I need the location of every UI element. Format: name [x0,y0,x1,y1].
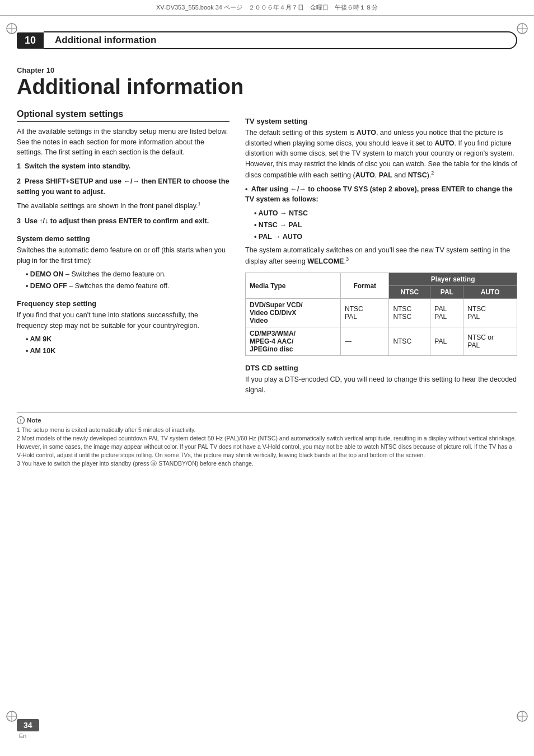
chapter-header-title: Additional information [44,31,517,49]
table-cell-pal-1: PALPAL [430,299,463,327]
table-cell-auto-2: NTSC orPAL [463,327,517,356]
table-row-2: CD/MP3/WMA/MPEG-4 AAC/JPEG/no disc — NTS… [246,327,517,356]
demo-bullet-1: DEMO ON – Switches the demo feature on. [26,269,229,280]
freq-bullet-1: AM 9K [26,334,229,345]
optional-intro: All the available settings in the standb… [17,126,229,158]
right-column: TV system setting The default setting of… [245,109,517,399]
note-item-3: 3 You have to switch the player into sta… [17,459,517,468]
system-demo-bullets: DEMO ON – Switches the demo feature on. … [26,269,229,292]
table-header-pal: PAL [430,286,463,299]
step-1-text: 1 Switch the system into standby. [17,161,229,172]
step-2-text: 2 Press SHIFT+SETUP and use ←/→ then ENT… [17,176,229,198]
table-header-media: Media Type [246,273,341,299]
table-row-1: DVD/Super VCD/Video CD/DivXVideo NTSCPAL… [246,299,517,327]
page-number-bar: 34 En [17,719,39,739]
system-demo-intro: Switches the automatic demo feature on o… [17,245,229,266]
table-header-format: Format [341,273,389,299]
note-title: ! Note [17,416,517,424]
notes-section: ! Note 1 The setup menu is exited automa… [17,412,517,468]
table-cell-ntsc-2: NTSC [389,327,430,356]
table-cell-pal-2: PAL [430,327,463,356]
corner-mark-tr [516,22,528,35]
chapter-header: 10 Additional information [17,31,517,49]
note-item-1: 1 The setup menu is exited automatically… [17,426,517,434]
corner-mark-bl [6,710,18,722]
step-2: 2 Press SHIFT+SETUP and use ←/→ then ENT… [17,176,229,212]
tv-bullet-2: NTSC → PAL [254,220,517,231]
main-content: Chapter 10 Additional information Option… [17,66,517,468]
freq-step-intro: If you find that you can't tune into sta… [17,310,229,331]
tv-system-bullets: AUTO → NTSC NTSC → PAL PAL → AUTO [254,208,517,242]
tv-system-p1: The default setting of this system is AU… [245,128,517,181]
chapter-label: Chapter 10 [17,66,517,74]
table-header-auto: AUTO [463,286,517,299]
page-number: 34 [17,719,39,731]
freq-step-heading: Frequency step setting [17,299,229,308]
page-lang: En [19,732,26,739]
two-column-layout: Optional system settings All the availab… [17,109,517,399]
tv-system-p2: The system automatically switches on and… [245,245,517,267]
demo-bullet-2: DEMO OFF – Switches the demo feature off… [26,281,229,292]
table-cell-media-1: DVD/Super VCD/Video CD/DivXVideo [246,299,341,327]
note-item-2: 2 Most models of the newly developed cou… [17,434,517,460]
system-demo-heading: System demo setting [17,234,229,243]
tv-system-heading: TV system setting [245,117,517,125]
page: XV-DV353_555.book 34 ページ ２００６年４月７日 金曜日 午… [0,0,534,756]
table-cell-format-1: NTSCPAL [341,299,389,327]
table-cell-auto-1: NTSCPAL [463,299,517,327]
tv-bullet-intro: • After using ←/→ to choose TV SYS (step… [245,184,517,205]
step-1: 1 Switch the system into standby. [17,161,229,172]
optional-settings-heading: Optional system settings [17,109,229,122]
meta-bar: XV-DV353_555.book 34 ページ ２００６年４月７日 金曜日 午… [0,0,534,16]
table-header-ntsc: NTSC [389,286,430,299]
dts-cd-heading: DTS CD setting [245,364,517,372]
chapter-big-title: Additional information [17,76,517,99]
table-cell-format-2: — [341,327,389,356]
tv-bullet-1: AUTO → NTSC [254,208,517,219]
dts-cd-text: If you play a DTS-encoded CD, you will n… [245,374,517,396]
table-cell-media-2: CD/MP3/WMA/MPEG-4 AAC/JPEG/no disc [246,327,341,356]
meta-text: XV-DV353_555.book 34 ページ ２００６年４月７日 金曜日 午… [156,3,378,12]
corner-mark-tl [6,22,18,35]
svg-text:!: ! [20,418,22,424]
freq-step-bullets: AM 9K AM 10K [26,334,229,356]
player-settings-table: Media Type Format Player setting NTSC PA… [245,273,517,356]
corner-mark-br [516,710,528,722]
step-3: 3 Use ↑/↓ to adjust then press ENTER to … [17,216,229,227]
chapter-number: 10 [17,32,44,49]
freq-bullet-2: AM 10K [26,346,229,356]
note-icon: ! [17,416,25,424]
table-cell-ntsc-1: NTSCNTSC [389,299,430,327]
table-header-player-setting: Player setting [389,273,517,286]
step-2-sub: The available settings are shown in the … [17,200,229,212]
left-column: Optional system settings All the availab… [17,109,229,360]
tv-bullet-3: PAL → AUTO [254,232,517,242]
step-3-text: 3 Use ↑/↓ to adjust then press ENTER to … [17,216,229,227]
